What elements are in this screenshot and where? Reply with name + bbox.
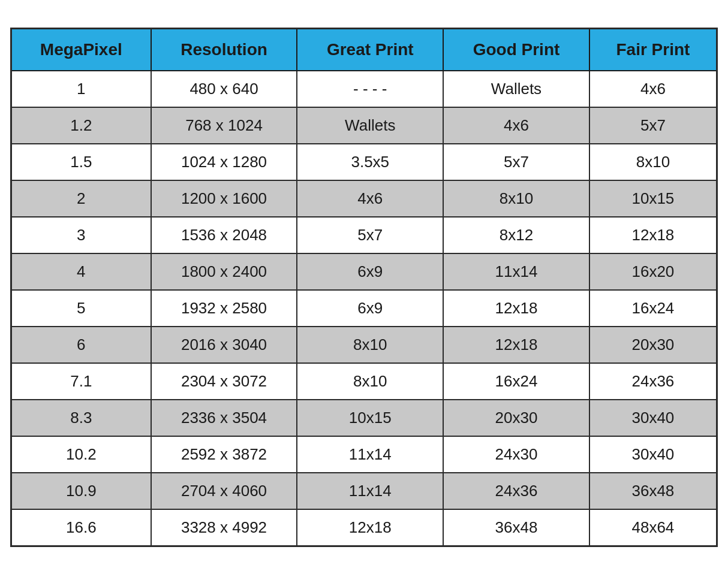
- cell-row12-col0: 16.6: [11, 509, 151, 546]
- cell-row1-col1: 768 x 1024: [151, 107, 297, 144]
- cell-row12-col1: 3328 x 4992: [151, 509, 297, 546]
- cell-row5-col2: 6x9: [297, 253, 443, 290]
- cell-row3-col0: 2: [11, 180, 151, 217]
- cell-row1-col2: Wallets: [297, 107, 443, 144]
- cell-row7-col2: 8x10: [297, 327, 443, 363]
- table-row: 7.12304 x 30728x1016x2424x36: [11, 363, 717, 400]
- cell-row4-col0: 3: [11, 217, 151, 253]
- cell-row4-col1: 1536 x 2048: [151, 217, 297, 253]
- table-body: 1480 x 640- - - -Wallets4x61.2768 x 1024…: [11, 71, 717, 546]
- cell-row7-col0: 6: [11, 327, 151, 363]
- cell-row4-col3: 8x12: [443, 217, 589, 253]
- table-row: 62016 x 30408x1012x1820x30: [11, 327, 717, 363]
- cell-row8-col2: 8x10: [297, 363, 443, 400]
- table-row: 31536 x 20485x78x1212x18: [11, 217, 717, 253]
- cell-row1-col4: 5x7: [589, 107, 717, 144]
- table-row: 10.92704 x 406011x1424x3636x48: [11, 473, 717, 509]
- cell-row0-col3: Wallets: [443, 71, 589, 107]
- table-row: 8.32336 x 350410x1520x3030x40: [11, 400, 717, 436]
- cell-row8-col1: 2304 x 3072: [151, 363, 297, 400]
- header-fair-print: Fair Print: [589, 28, 717, 71]
- cell-row11-col1: 2704 x 4060: [151, 473, 297, 509]
- table-container: MegaPixel Resolution Great Print Good Pr…: [10, 28, 718, 547]
- header-great-print: Great Print: [297, 28, 443, 71]
- cell-row11-col3: 24x36: [443, 473, 589, 509]
- table-row: 1.51024 x 12803.5x55x78x10: [11, 144, 717, 180]
- cell-row5-col3: 11x14: [443, 253, 589, 290]
- header-megapixel: MegaPixel: [11, 28, 151, 71]
- table-row: 1480 x 640- - - -Wallets4x6: [11, 71, 717, 107]
- table-row: 16.63328 x 499212x1836x4848x64: [11, 509, 717, 546]
- cell-row2-col3: 5x7: [443, 144, 589, 180]
- cell-row6-col3: 12x18: [443, 290, 589, 327]
- cell-row2-col1: 1024 x 1280: [151, 144, 297, 180]
- cell-row7-col1: 2016 x 3040: [151, 327, 297, 363]
- cell-row10-col4: 30x40: [589, 436, 717, 473]
- cell-row10-col3: 24x30: [443, 436, 589, 473]
- cell-row9-col0: 8.3: [11, 400, 151, 436]
- cell-row5-col0: 4: [11, 253, 151, 290]
- cell-row12-col3: 36x48: [443, 509, 589, 546]
- cell-row0-col2: - - - -: [297, 71, 443, 107]
- cell-row9-col4: 30x40: [589, 400, 717, 436]
- cell-row6-col1: 1932 x 2580: [151, 290, 297, 327]
- cell-row11-col4: 36x48: [589, 473, 717, 509]
- table-row: 1.2768 x 1024Wallets4x65x7: [11, 107, 717, 144]
- cell-row1-col0: 1.2: [11, 107, 151, 144]
- print-resolution-table: MegaPixel Resolution Great Print Good Pr…: [10, 28, 718, 547]
- cell-row7-col3: 12x18: [443, 327, 589, 363]
- cell-row10-col0: 10.2: [11, 436, 151, 473]
- table-row: 41800 x 24006x911x1416x20: [11, 253, 717, 290]
- cell-row10-col1: 2592 x 3872: [151, 436, 297, 473]
- cell-row9-col3: 20x30: [443, 400, 589, 436]
- cell-row8-col0: 7.1: [11, 363, 151, 400]
- cell-row6-col4: 16x24: [589, 290, 717, 327]
- cell-row4-col4: 12x18: [589, 217, 717, 253]
- cell-row6-col0: 5: [11, 290, 151, 327]
- cell-row7-col4: 20x30: [589, 327, 717, 363]
- cell-row3-col2: 4x6: [297, 180, 443, 217]
- header-resolution: Resolution: [151, 28, 297, 71]
- cell-row3-col3: 8x10: [443, 180, 589, 217]
- cell-row12-col2: 12x18: [297, 509, 443, 546]
- table-row: 10.22592 x 387211x1424x3030x40: [11, 436, 717, 473]
- header-row: MegaPixel Resolution Great Print Good Pr…: [11, 28, 717, 71]
- cell-row0-col0: 1: [11, 71, 151, 107]
- table-row: 21200 x 16004x68x1010x15: [11, 180, 717, 217]
- cell-row2-col4: 8x10: [589, 144, 717, 180]
- cell-row2-col0: 1.5: [11, 144, 151, 180]
- cell-row12-col4: 48x64: [589, 509, 717, 546]
- table-row: 51932 x 25806x912x1816x24: [11, 290, 717, 327]
- cell-row1-col3: 4x6: [443, 107, 589, 144]
- cell-row10-col2: 11x14: [297, 436, 443, 473]
- cell-row0-col4: 4x6: [589, 71, 717, 107]
- cell-row4-col2: 5x7: [297, 217, 443, 253]
- cell-row9-col1: 2336 x 3504: [151, 400, 297, 436]
- cell-row3-col4: 10x15: [589, 180, 717, 217]
- cell-row6-col2: 6x9: [297, 290, 443, 327]
- cell-row0-col1: 480 x 640: [151, 71, 297, 107]
- cell-row8-col4: 24x36: [589, 363, 717, 400]
- header-good-print: Good Print: [443, 28, 589, 71]
- cell-row5-col4: 16x20: [589, 253, 717, 290]
- cell-row3-col1: 1200 x 1600: [151, 180, 297, 217]
- cell-row9-col2: 10x15: [297, 400, 443, 436]
- cell-row11-col0: 10.9: [11, 473, 151, 509]
- cell-row8-col3: 16x24: [443, 363, 589, 400]
- cell-row2-col2: 3.5x5: [297, 144, 443, 180]
- cell-row11-col2: 11x14: [297, 473, 443, 509]
- cell-row5-col1: 1800 x 2400: [151, 253, 297, 290]
